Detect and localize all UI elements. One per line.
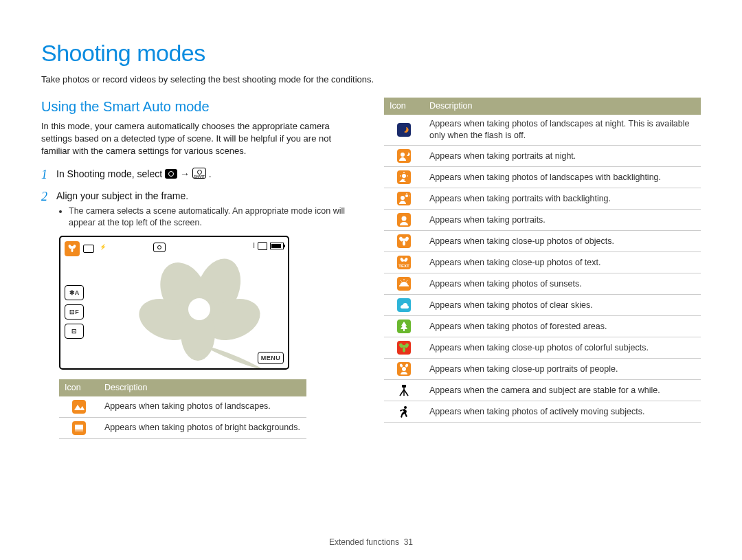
step-1-text-b: . <box>209 168 212 179</box>
arrow-text: → <box>180 168 192 179</box>
svg-rect-14 <box>397 123 411 137</box>
intro-text: Take photos or record videos by selectin… <box>41 74 701 86</box>
cell-desc: Appears when taking photos of landscapes… <box>99 396 306 418</box>
sunset-icon <box>397 277 411 291</box>
cell-desc: Appears when taking photos of actively m… <box>424 401 701 423</box>
table-row: Appears when taking portraits with backl… <box>384 188 701 210</box>
night-landscape-icon <box>397 123 411 137</box>
svg-point-38 <box>403 260 405 262</box>
table-row: Appears when taking portraits. <box>384 210 701 231</box>
step-number: 2 <box>41 188 56 229</box>
macro-text-icon: TEXT <box>397 256 411 269</box>
step-2-bullet: The camera selects a scene automatically… <box>69 205 358 229</box>
table-row: TEXT Appears when taking close-up photos… <box>384 252 701 273</box>
footer-page-number: 31 <box>404 537 413 547</box>
backlight-landscape-icon <box>397 170 411 184</box>
section-paragraph: In this mode, your camera automatically … <box>41 120 358 157</box>
mode-indicator-icon <box>83 245 94 253</box>
svg-point-61 <box>404 406 407 409</box>
footer-section: Extended functions <box>329 537 399 547</box>
left-icon-table: Icon Description Appears when taking pho… <box>59 379 306 439</box>
svg-line-59 <box>404 390 408 396</box>
macro-flower-icon <box>65 241 80 256</box>
svg-rect-13 <box>75 429 83 432</box>
svg-point-24 <box>405 194 408 197</box>
table-row: Appears when taking close-up portraits o… <box>384 359 701 380</box>
action-icon <box>397 405 411 418</box>
svg-point-16 <box>401 153 405 157</box>
screen-button-f: ⊡F <box>65 304 84 320</box>
table-header-desc: Description <box>424 98 701 115</box>
svg-point-5 <box>188 298 210 320</box>
cell-desc: Appears when the camera and subject are … <box>424 380 701 401</box>
svg-line-58 <box>400 390 404 396</box>
cell-desc: Appears when taking close-up portraits o… <box>424 359 701 380</box>
cell-desc: Appears when taking photos of landscapes… <box>424 115 701 145</box>
step-2: 2 Align your subject in the frame. The c… <box>41 188 358 229</box>
section-heading: Using the Smart Auto mode <box>41 98 358 116</box>
right-icon-table: Icon Description Appears when taking pho… <box>384 98 701 423</box>
svg-point-51 <box>403 348 405 352</box>
svg-point-34 <box>403 241 405 246</box>
cell-desc: Appears when taking portraits with backl… <box>424 188 701 210</box>
table-row: Appears when taking photos of actively m… <box>384 401 701 423</box>
step-1: 1 In Shooting mode, select → . <box>41 166 358 183</box>
step-number: 1 <box>41 166 56 183</box>
svg-point-55 <box>402 367 406 371</box>
cell-desc: Appears when taking photos of bright bac… <box>99 417 306 438</box>
table-header-icon: Icon <box>384 98 424 115</box>
table-row: Appears when taking photos of forested a… <box>384 316 701 337</box>
landscape-icon <box>72 400 86 414</box>
table-row: Appears when taking portraits at night. <box>384 146 701 167</box>
clear-sky-icon <box>397 298 411 312</box>
cell-desc: Appears when taking close-up photos of o… <box>424 231 701 252</box>
screen-button-gallery: ⊡ <box>65 324 84 339</box>
cell-desc: Appears when taking close-up photos of c… <box>424 337 701 359</box>
left-column: Using the Smart Auto mode In this mode, … <box>41 98 358 438</box>
cell-desc: Appears when taking portraits at night. <box>424 146 701 167</box>
menu-button: MENU <box>258 352 284 364</box>
cell-desc: Appears when taking portraits. <box>424 210 701 231</box>
tripod-icon <box>397 383 411 397</box>
flower-graphic <box>126 254 270 370</box>
bright-background-icon <box>72 421 86 435</box>
table-row: Appears when taking close-up photos of c… <box>384 337 701 359</box>
battery-icon <box>270 243 284 249</box>
cell-desc: Appears when taking close-up photos of t… <box>424 252 701 273</box>
portrait-icon <box>397 213 411 227</box>
table-header-desc: Description <box>99 379 306 396</box>
forest-icon <box>397 320 411 333</box>
step-1-text-a: In Shooting mode, select <box>56 168 165 179</box>
svg-point-29 <box>402 216 407 221</box>
table-row: Appears when taking photos of bright bac… <box>59 417 306 438</box>
topright-indicator: I <box>253 241 255 251</box>
svg-point-9 <box>71 248 74 252</box>
table-row: Appears when taking close-up photos of o… <box>384 231 701 252</box>
table-row: Appears when taking photos of sunsets. <box>384 273 701 295</box>
timer-indicator-icon <box>153 243 166 252</box>
cell-desc: Appears when taking photos of clear skie… <box>424 295 701 316</box>
page-footer: Extended functions 31 <box>0 537 742 548</box>
svg-text:TEXT: TEXT <box>398 264 409 268</box>
smart-mode-icon <box>192 168 206 179</box>
flash-indicator-icon <box>98 245 106 253</box>
macro-object-icon <box>397 234 411 248</box>
macro-portrait-icon <box>397 362 411 376</box>
svg-point-18 <box>402 174 406 178</box>
night-portrait-icon <box>397 149 411 163</box>
memory-card-icon <box>258 242 267 250</box>
cell-desc: Appears when taking photos of forested a… <box>424 316 701 337</box>
right-column: Icon Description Appears when taking pho… <box>384 98 701 438</box>
table-row: Appears when taking photos of landscapes… <box>384 167 701 188</box>
table-row: Appears when taking photos of landscapes… <box>59 396 306 418</box>
svg-point-27 <box>401 196 405 200</box>
step-2-text: Align your subject in the frame. <box>56 190 188 201</box>
backlight-portrait-icon <box>397 192 411 205</box>
camera-icon <box>165 169 177 179</box>
page-title: Shooting modes <box>41 38 701 69</box>
svg-rect-56 <box>402 385 406 388</box>
screen-button-a: ✱A <box>65 285 84 300</box>
cell-desc: Appears when taking photos of landscapes… <box>424 167 701 188</box>
table-row: Appears when taking photos of clear skie… <box>384 295 701 316</box>
macro-color-icon <box>397 341 411 355</box>
